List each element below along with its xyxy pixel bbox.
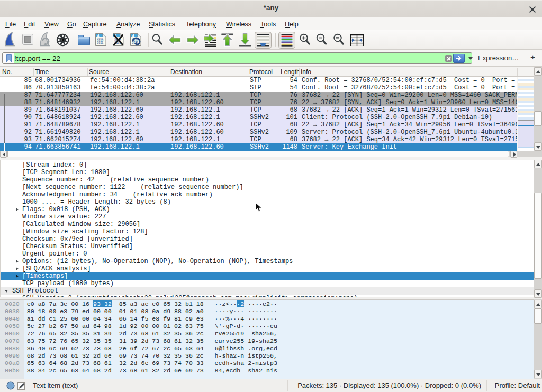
svg-text:0111: 0111 bbox=[97, 42, 103, 45]
